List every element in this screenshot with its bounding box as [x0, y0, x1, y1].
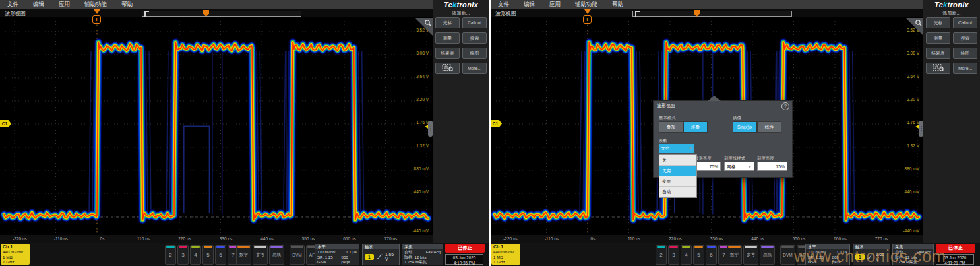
trigger-position-flag[interactable]: T	[92, 9, 102, 25]
menu-item[interactable]: 编辑	[516, 0, 542, 9]
channel1-scale: 440 mV/div	[493, 249, 518, 255]
persistence-option-自动[interactable]: 自动	[659, 187, 696, 197]
trigger-t-icon: T	[92, 15, 101, 24]
panel-button-Callout[interactable]: Callout	[462, 17, 487, 28]
channel-button-6[interactable]: 6	[215, 245, 226, 265]
channel1-scale: 440 mV/div	[3, 249, 28, 255]
waveform-view-tab[interactable]: 波形视图	[5, 10, 26, 17]
channel-button-2[interactable]: 2	[656, 245, 667, 265]
zoom-waveform-button[interactable]	[926, 63, 950, 74]
graticule-intensity-input[interactable]: 75%	[757, 162, 787, 171]
panel-button-光标[interactable]: 光标	[435, 17, 460, 28]
trigger-badge[interactable]: 触发 1 1.65 V	[362, 244, 400, 265]
horizontal-badge[interactable]: 水平 110 ns/div1.1 μs SR: 1.25 GS/s800 ps/…	[315, 244, 359, 265]
toolbar-button-参考[interactable]: 参考	[253, 245, 268, 265]
toolbar-button-DVM[interactable]: DVM	[290, 245, 305, 265]
persistence-dropdown[interactable]: 无穷▼	[659, 144, 694, 153]
channel-button-5[interactable]: 5	[693, 245, 704, 265]
menu-item[interactable]: 帮助	[605, 0, 630, 9]
toolbar-button-DVM[interactable]: DVM	[780, 245, 795, 265]
menu-item[interactable]: 应用	[542, 0, 568, 9]
toolbar-button-数学[interactable]: 数学	[236, 245, 251, 265]
panel-button-测量[interactable]: 测量	[435, 32, 460, 44]
time-label: 550 ns	[793, 236, 806, 241]
trigger-position-flag[interactable]: T	[583, 9, 593, 25]
waveform-display[interactable]: T C1 3.52 V3.08 V2.64 V2.20 V1.76 V1.32 …	[0, 17, 433, 235]
run-stop-button[interactable]: 已停止	[445, 244, 485, 253]
record-trigger-position-marker[interactable]	[203, 10, 209, 17]
panel-button-测量[interactable]: 测量	[926, 32, 950, 44]
interpolation-option[interactable]: 线性	[757, 121, 781, 133]
panel-button-搜索[interactable]: 搜索	[462, 32, 487, 44]
time-label: 440 ns	[260, 236, 274, 241]
side-panel: Tektronix 添加新... 光标Callout测量搜索结果表绘图More.…	[923, 0, 980, 243]
channel-button-6[interactable]: 6	[706, 245, 717, 265]
record-trigger-position-marker[interactable]	[694, 10, 700, 17]
toolbar-button-总线[interactable]: 总线	[760, 245, 775, 265]
panel-drag-handle[interactable]: ⋮	[428, 121, 433, 137]
channel-color-stripe	[191, 246, 200, 248]
graticule-style-dropdown[interactable]: 网格▼	[724, 162, 754, 171]
interpolation-option[interactable]: Sin(x)/x	[733, 121, 757, 133]
display-mode-label: 显示模式	[659, 116, 676, 121]
menu-item[interactable]: 文件	[0, 0, 26, 9]
channel1-badge[interactable]: Ch 1 440 mV/div 1 MΩ 1 GHz	[491, 244, 520, 265]
persistence-option-变量[interactable]: 变量	[659, 176, 696, 187]
channel-button-4[interactable]: 4	[681, 245, 692, 265]
record-view-bar[interactable]	[632, 11, 792, 17]
panel-button-绘图[interactable]: 绘图	[953, 48, 977, 59]
clock: 03 Jun 2020 4:10:35 PM	[445, 254, 483, 265]
side-panel-buttons: 光标Callout测量搜索结果表绘图More...	[926, 17, 977, 74]
channel-color-stripe	[166, 246, 175, 248]
panel-button-More...[interactable]: More...	[462, 63, 487, 74]
panel-button-结果表[interactable]: 结果表	[926, 48, 950, 59]
view-tab-row: 波形视图	[0, 9, 433, 17]
channel-button-5[interactable]: 5	[202, 245, 214, 265]
toolbar-button-总线[interactable]: 总线	[269, 245, 284, 265]
menu-item[interactable]: 应用	[51, 0, 77, 9]
menu-item[interactable]: 文件	[491, 0, 516, 9]
channel-color-stripe	[669, 246, 678, 248]
tektronix-logo: Tektronix	[923, 1, 980, 9]
record-view-bar[interactable]	[142, 11, 301, 17]
channel-button-2[interactable]: 2	[165, 245, 176, 265]
panel-drag-handle[interactable]: ⋮	[919, 121, 923, 137]
panel-button-绘图[interactable]: 绘图	[462, 48, 487, 59]
persistence-option-无穷[interactable]: 无穷	[659, 166, 696, 176]
display-mode-option-叠加[interactable]: 叠加	[659, 121, 683, 133]
zoom-waveform-button[interactable]	[435, 63, 460, 74]
sample-rate: SR: 1.25 GS/s	[317, 255, 342, 265]
channel-button-3[interactable]: 3	[668, 245, 679, 265]
waveform-view-tab[interactable]: 波形视图	[495, 10, 516, 17]
time-label: 220 ns	[669, 236, 682, 241]
channel-color-stripe	[657, 246, 665, 248]
menu-item[interactable]: 帮助	[114, 0, 140, 9]
voltage-label: 2.20 V	[404, 97, 429, 102]
waveform-intensity-input[interactable]: 75%	[694, 162, 721, 171]
persistence-option-关[interactable]: 关	[659, 155, 696, 166]
panel-button-结果表[interactable]: 结果表	[435, 48, 460, 59]
channel-color-stripe	[179, 246, 187, 248]
menu-item[interactable]: 辅助功能	[568, 0, 605, 9]
channel-button-3[interactable]: 3	[177, 245, 189, 265]
menu-item[interactable]: 编辑	[26, 0, 51, 9]
acquisition-badge[interactable]: 采集 自动,FastAcq 取样: 12 bits 1.754 M采集	[402, 244, 443, 265]
panel-button-搜索[interactable]: 搜索	[953, 32, 977, 44]
graticule-style-label: 刻度线样式	[724, 156, 745, 162]
channel-button-4[interactable]: 4	[190, 245, 201, 265]
time-label: 770 ns	[875, 236, 888, 241]
panel-button-光标[interactable]: 光标	[926, 17, 950, 28]
help-icon[interactable]: ?	[781, 102, 789, 110]
menu-item[interactable]: 辅助功能	[77, 0, 114, 9]
channel1-badge[interactable]: Ch 1 440 mV/div 1 MΩ 1 GHz	[1, 244, 30, 265]
time-label: 660 ns	[343, 236, 356, 241]
time-axis: -220 ns-110 ns0s110 ns220 ns330 ns440 ns…	[0, 235, 433, 243]
rising-edge-icon	[376, 253, 383, 260]
display-mode-option-堆叠[interactable]: 堆叠	[683, 121, 708, 133]
panel-button-More...[interactable]: More...	[953, 63, 977, 74]
panel-button-Callout[interactable]: Callout	[953, 17, 977, 28]
clock-date: 03 Jun 2020	[446, 255, 483, 261]
toolbar-button-参考[interactable]: 参考	[743, 245, 758, 265]
toolbar-button-数学[interactable]: 数学	[727, 245, 742, 265]
channel1-name: Ch 1	[3, 244, 28, 249]
